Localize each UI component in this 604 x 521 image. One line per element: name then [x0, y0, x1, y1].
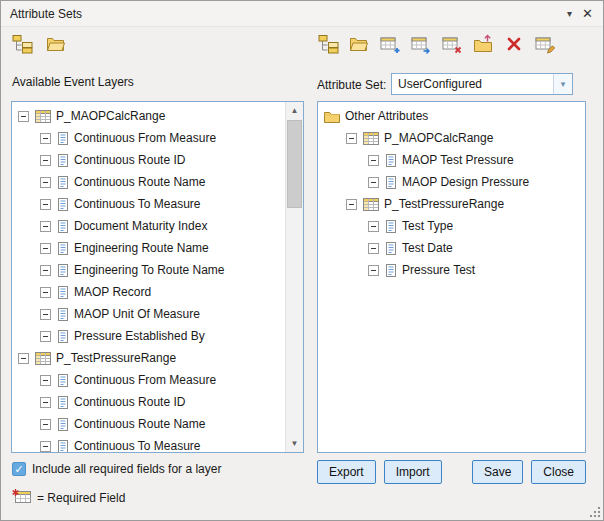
close-icon[interactable]: ✕	[579, 6, 596, 21]
collapse-icon[interactable]	[40, 199, 51, 210]
table-add-button[interactable]	[379, 34, 401, 56]
scroll-down-icon[interactable]: ▼	[286, 435, 303, 452]
layer-table-icon	[35, 110, 51, 123]
open-folder-button[interactable]	[45, 34, 67, 56]
tree-item-label[interactable]: Other Attributes	[345, 109, 428, 123]
collapse-icon[interactable]	[40, 309, 51, 320]
tree-row[interactable]: Continuous Route Name	[12, 171, 303, 193]
collapse-icon[interactable]	[368, 155, 379, 166]
collapse-icon[interactable]	[346, 199, 357, 210]
close-button[interactable]: Close	[531, 460, 586, 484]
collapse-icon[interactable]	[40, 133, 51, 144]
tree-item-label[interactable]: Continuous Route Name	[74, 175, 205, 189]
tree-row[interactable]: Pressure Established By	[12, 325, 303, 347]
table-insert-button[interactable]	[410, 34, 432, 56]
red-x-button[interactable]	[503, 34, 525, 56]
tree-item-label[interactable]: Engineering Route Name	[74, 241, 209, 255]
export-button[interactable]: Export	[317, 460, 376, 484]
tree-row[interactable]: Engineering To Route Name	[12, 259, 303, 281]
field-icon	[57, 176, 69, 189]
import-button[interactable]: Import	[384, 460, 442, 484]
table-properties-button[interactable]	[534, 34, 556, 56]
collapse-icon[interactable]	[40, 441, 51, 452]
tree-item-label[interactable]: Continuous Route Name	[74, 417, 205, 431]
tree-row[interactable]: MAOP Design Pressure	[318, 171, 585, 193]
tree-row[interactable]: MAOP Test Pressure	[318, 149, 585, 171]
tree-row[interactable]: Test Type	[318, 215, 585, 237]
save-button[interactable]: Save	[472, 460, 523, 484]
tree-row[interactable]: P_MAOPCalcRange	[12, 105, 303, 127]
collapse-icon[interactable]	[346, 133, 357, 144]
collapse-icon[interactable]	[40, 397, 51, 408]
collapse-icon[interactable]	[40, 419, 51, 430]
collapse-icon[interactable]	[40, 331, 51, 342]
tree-item-label[interactable]: Test Date	[402, 241, 453, 255]
tree-row[interactable]: Test Date	[318, 237, 585, 259]
window-menu-icon[interactable]: ▾	[561, 8, 578, 19]
collapse-icon[interactable]	[40, 375, 51, 386]
table-delete-button[interactable]	[441, 34, 463, 56]
chevron-down-icon[interactable]: ▾	[553, 74, 572, 94]
vertical-scrollbar[interactable]: ▲ ▼	[285, 102, 303, 452]
collapse-icon[interactable]	[368, 243, 379, 254]
collapse-icon[interactable]	[40, 265, 51, 276]
tree-row[interactable]: MAOP Record	[12, 281, 303, 303]
include-required-row[interactable]: ✓ Include all required fields for a laye…	[12, 462, 221, 476]
tree-item-label[interactable]: Continuous From Measure	[74, 373, 216, 387]
attribute-set-dropdown[interactable]: UserConfigured ▾	[391, 73, 573, 95]
layers-tree-button[interactable]	[11, 34, 33, 56]
tree-item-label[interactable]: Continuous To Measure	[74, 439, 201, 453]
collapse-icon[interactable]	[40, 221, 51, 232]
tree-row[interactable]: Continuous To Measure	[12, 435, 303, 453]
tree-item-label[interactable]: Continuous To Measure	[74, 197, 201, 211]
tree-row[interactable]: Continuous To Measure	[12, 193, 303, 215]
tree-row[interactable]: P_TestPressureRange	[12, 347, 303, 369]
tree-item-label[interactable]: Engineering To Route Name	[74, 263, 225, 277]
attribute-set-tree: Other AttributesP_MAOPCalcRangeMAOP Test…	[318, 102, 585, 281]
tree-item-label[interactable]: Continuous Route ID	[74, 395, 185, 409]
tree-row[interactable]: Continuous Route Name	[12, 413, 303, 435]
layers-tree-button[interactable]	[317, 34, 339, 56]
tree-item-label[interactable]: MAOP Unit Of Measure	[74, 307, 200, 321]
tree-row[interactable]: P_MAOPCalcRange	[318, 127, 585, 149]
collapse-icon[interactable]	[40, 287, 51, 298]
tree-row[interactable]: Document Maturity Index	[12, 215, 303, 237]
tree-row[interactable]: Continuous Route ID	[12, 391, 303, 413]
collapse-icon[interactable]	[40, 243, 51, 254]
tree-row[interactable]: Continuous From Measure	[12, 369, 303, 391]
tree-row[interactable]: MAOP Unit Of Measure	[12, 303, 303, 325]
collapse-icon[interactable]	[368, 265, 379, 276]
include-required-checkbox[interactable]: ✓	[12, 462, 26, 476]
collapse-icon[interactable]	[18, 111, 29, 122]
open-folder-button[interactable]	[348, 34, 370, 56]
tree-item-label[interactable]: P_MAOPCalcRange	[384, 131, 493, 145]
resize-grip[interactable]	[588, 505, 601, 518]
tree-item-label[interactable]: P_MAOPCalcRange	[56, 109, 165, 123]
tree-item-label[interactable]: Pressure Test	[402, 263, 475, 277]
field-icon	[385, 176, 397, 189]
tree-item-label[interactable]: Pressure Established By	[74, 329, 205, 343]
tree-row[interactable]: Engineering Route Name	[12, 237, 303, 259]
collapse-icon[interactable]	[18, 353, 29, 364]
tree-row[interactable]: Pressure Test	[318, 259, 585, 281]
tree-row[interactable]: Continuous From Measure	[12, 127, 303, 149]
collapse-icon[interactable]	[368, 221, 379, 232]
tree-item-label[interactable]: Continuous From Measure	[74, 131, 216, 145]
tree-item-label[interactable]: MAOP Record	[74, 285, 151, 299]
tree-item-label[interactable]: P_TestPressureRange	[56, 351, 176, 365]
collapse-icon[interactable]	[40, 177, 51, 188]
tree-item-label[interactable]: Document Maturity Index	[74, 219, 207, 233]
tree-item-label[interactable]: MAOP Test Pressure	[402, 153, 514, 167]
folder-arrow-button[interactable]	[472, 34, 494, 56]
collapse-icon[interactable]	[368, 177, 379, 188]
tree-item-label[interactable]: MAOP Design Pressure	[402, 175, 529, 189]
tree-item-label[interactable]: Test Type	[402, 219, 453, 233]
scroll-up-icon[interactable]: ▲	[286, 102, 303, 119]
tree-item-label[interactable]: P_TestPressureRange	[384, 197, 504, 211]
tree-item-label[interactable]: Continuous Route ID	[74, 153, 185, 167]
tree-row[interactable]: Other Attributes	[318, 105, 585, 127]
tree-row[interactable]: P_TestPressureRange	[318, 193, 585, 215]
collapse-icon[interactable]	[40, 155, 51, 166]
tree-row[interactable]: Continuous Route ID	[12, 149, 303, 171]
scrollbar-thumb[interactable]	[287, 120, 302, 208]
